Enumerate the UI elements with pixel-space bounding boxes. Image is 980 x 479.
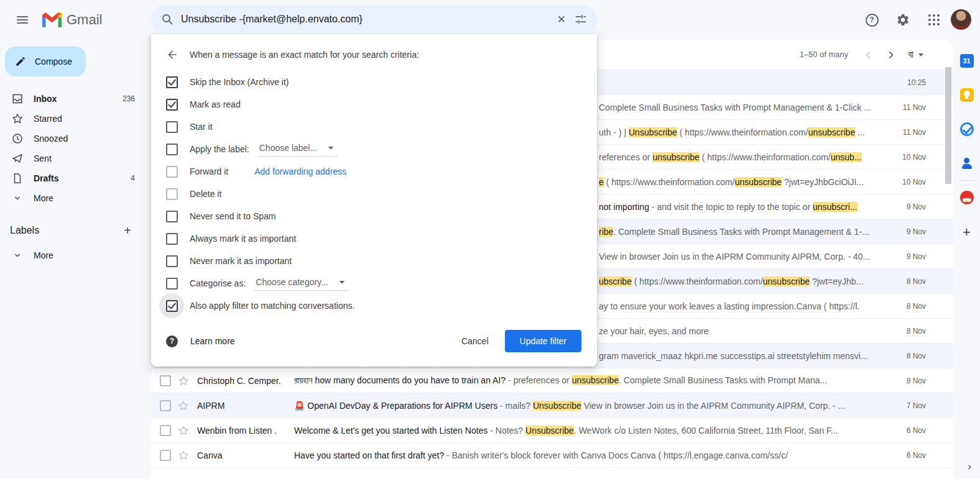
update-filter-button[interactable]: Update filter: [505, 330, 581, 352]
star-icon[interactable]: [177, 449, 190, 462]
filter-option-8[interactable]: Never mark it as important: [151, 250, 597, 272]
add-forwarding-address-link[interactable]: Add forwarding address: [254, 167, 346, 176]
search-icon: [161, 13, 173, 25]
sidebar-item-inbox[interactable]: Inbox 236: [0, 89, 151, 109]
input-tools-selector[interactable]: বা: [908, 49, 923, 60]
gmail-logo[interactable]: Gmail: [42, 12, 102, 28]
select-checkbox[interactable]: [160, 450, 171, 461]
right-side-panel: 31 + ›: [953, 40, 980, 479]
dropdown[interactable]: Choose label...: [258, 142, 338, 157]
star-icon: [11, 112, 24, 125]
snippet-fragment: ubscribe ( https://www.theinformation.co…: [599, 276, 889, 286]
search-input[interactable]: Unsubscribe -{market@help.envato.com}: [181, 14, 548, 25]
option-label: Delete it: [190, 189, 221, 199]
snippet-fragment: e ( https://www.theinformation.com/unsub…: [599, 177, 889, 187]
get-addons-plus-icon[interactable]: +: [959, 224, 975, 240]
calendar-icon[interactable]: 31: [959, 53, 975, 69]
filter-option-10[interactable]: Also apply filter to matching conversati…: [151, 294, 597, 317]
email-date: 9 Nov: [907, 252, 926, 261]
filter-option-9[interactable]: Categorise as:Choose category...: [151, 272, 597, 294]
settings-gear-icon[interactable]: [890, 7, 915, 32]
newer-page-chevron-left-icon[interactable]: [857, 43, 879, 66]
checkbox[interactable]: [166, 121, 178, 133]
snippet-fragment: gram maverick_maaz hkpri.me successtips.…: [599, 351, 889, 361]
filter-option-2[interactable]: Star it: [151, 116, 597, 138]
filter-option-5[interactable]: Delete it: [151, 183, 597, 205]
option-label: Skip the Inbox (Archive it): [190, 77, 289, 87]
select-checkbox[interactable]: [160, 425, 171, 436]
filter-option-7[interactable]: Always mark it as important: [151, 227, 597, 250]
sidebar-item-drafts[interactable]: Drafts 4: [0, 168, 151, 188]
star-icon[interactable]: [177, 399, 190, 412]
hamburger-menu-icon[interactable]: [7, 5, 37, 35]
checkbox[interactable]: [166, 76, 178, 88]
select-checkbox[interactable]: [160, 375, 171, 386]
chevron-down-icon: [11, 249, 24, 262]
chevron-down-icon: [340, 281, 344, 284]
pagination-status: 1–50 of many: [800, 50, 848, 59]
learn-more-link[interactable]: Learn more: [190, 336, 235, 346]
filter-option-0[interactable]: Skip the Inbox (Archive it): [151, 71, 597, 93]
search-bar[interactable]: Unsubscribe -{market@help.envato.com} ✕: [151, 5, 597, 34]
email-row[interactable]: Wenbin from Listen . Welcome & Let's get…: [151, 418, 953, 443]
checkbox[interactable]: [166, 211, 178, 222]
sidebar-item-starred[interactable]: Starred: [0, 109, 151, 129]
email-date: 8 Nov: [907, 352, 926, 360]
email-sender: Canva: [190, 450, 294, 460]
checkbox[interactable]: [166, 166, 178, 178]
filter-option-1[interactable]: Mark as read: [151, 93, 597, 116]
older-page-chevron-right-icon[interactable]: [879, 43, 902, 66]
checkbox[interactable]: [166, 255, 178, 267]
email-row[interactable]: Christoph C. Cemper. রায়হান how many do…: [151, 368, 953, 393]
option-label: Forward it: [190, 167, 228, 176]
left-sidebar: Compose Inbox 236 Starred Snoozed Sent D…: [0, 40, 151, 479]
checkbox[interactable]: [166, 278, 178, 290]
create-label-plus-icon[interactable]: +: [119, 222, 136, 239]
sidebar-item-label: Inbox: [34, 94, 57, 104]
select-checkbox[interactable]: [160, 400, 171, 411]
search-options-tune-icon[interactable]: [575, 13, 587, 25]
sidebar-item-labels-more[interactable]: More: [0, 245, 151, 265]
email-date: 8 Nov: [907, 376, 926, 385]
email-row[interactable]: AIPRM 🚨 OpenAI DevDay & Preparations for…: [151, 393, 953, 418]
email-row[interactable]: Canva Have you started on that first dra…: [151, 443, 953, 468]
checkbox[interactable]: [166, 233, 178, 245]
scrollbar-thumb[interactable]: [945, 67, 951, 184]
sidebar-item-more[interactable]: More: [0, 188, 151, 208]
email-sender: Christoph C. Cemper.: [190, 376, 294, 386]
star-icon[interactable]: [177, 424, 190, 437]
dialog-title: When a message is an exact match for you…: [190, 50, 419, 60]
compose-button[interactable]: Compose: [5, 47, 86, 76]
filter-option-3[interactable]: Apply the label:Choose label...: [151, 138, 597, 160]
snippet-fragment: uth - ) | Unsubscribe ( https://www.thei…: [599, 127, 889, 137]
checkbox[interactable]: [166, 300, 178, 312]
unread-count: 236: [122, 94, 135, 103]
sidebar-item-snoozed[interactable]: Snoozed: [0, 129, 151, 148]
chevron-down-icon: [328, 147, 333, 150]
email-date: 10 Nov: [902, 178, 926, 186]
email-date: 11 Nov: [903, 103, 926, 112]
back-arrow-icon[interactable]: [160, 42, 185, 67]
email-date: 8 Nov: [907, 277, 926, 286]
dropdown[interactable]: Choose category...: [254, 276, 349, 291]
apps-grid-icon[interactable]: [922, 7, 946, 32]
help-icon[interactable]: ?: [859, 7, 884, 32]
star-icon[interactable]: [177, 375, 190, 387]
clear-search-icon[interactable]: ✕: [548, 13, 575, 26]
snippet-fragment: View in browser Join us in the AIPRM Com…: [599, 252, 889, 262]
keep-icon[interactable]: [959, 87, 975, 103]
sidebar-item-sent[interactable]: Sent: [0, 148, 151, 168]
email-date: 8 Nov: [907, 327, 926, 335]
checkbox[interactable]: [166, 188, 178, 200]
checkbox[interactable]: [166, 99, 178, 111]
contacts-icon[interactable]: [959, 155, 975, 171]
side-panel-toggle-icon[interactable]: ›: [968, 460, 971, 473]
filter-option-6[interactable]: Never send it to Spam: [151, 205, 597, 227]
checkbox[interactable]: [166, 144, 178, 155]
cancel-button[interactable]: Cancel: [454, 331, 496, 351]
filter-option-4[interactable]: Forward itAdd forwarding address: [151, 160, 597, 183]
addon-icon[interactable]: [959, 189, 975, 206]
tasks-icon[interactable]: [959, 121, 975, 137]
avatar[interactable]: [951, 9, 971, 30]
email-row[interactable]: [151, 468, 953, 479]
